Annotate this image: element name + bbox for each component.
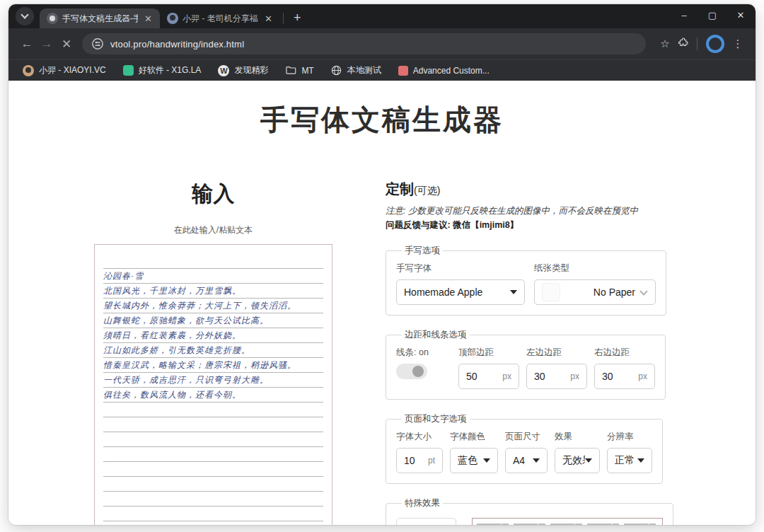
handwriting-line: 惜秦皇汉武，略输文采；唐宗宋祖，稍逊风骚。 — [103, 358, 323, 373]
effect-thumbnail[interactable] — [624, 524, 656, 525]
ruled-line-empty — [103, 254, 323, 269]
fieldset-legend: 边距和线条选项 — [402, 329, 470, 341]
handwriting-line: 一代天骄，成吉思汗，只识弯弓射大雕。 — [103, 373, 323, 388]
tab-separator — [283, 13, 284, 24]
tab-favicon-icon — [167, 13, 178, 24]
effect-none-option[interactable] — [396, 518, 456, 525]
tab-favicon-icon — [47, 13, 58, 24]
page-size-group: 页面尺寸 A4 — [505, 431, 548, 473]
tab-title: 手写体文稿生成器-手写模拟器 — [62, 13, 138, 25]
bookmark-wordpress[interactable]: W 发现精彩 — [218, 64, 268, 76]
ruled-line-empty — [103, 462, 323, 477]
folder-icon — [285, 65, 296, 76]
tab-search-button[interactable] — [16, 7, 34, 25]
tab-close-icon[interactable]: ✕ — [142, 13, 154, 24]
new-tab-button[interactable]: + — [288, 11, 307, 25]
input-textarea[interactable]: 沁园春·雪北国风光，千里冰封，万里雪飘。望长城内外，惟余莽莽；大河上下，顿失滔滔… — [94, 244, 332, 525]
bookmark-acf[interactable]: Advanced Custom... — [398, 66, 490, 76]
forward-button[interactable]: → — [37, 37, 57, 51]
browser-toolbar: ← → ✕ vtool.pro/handwriting/index.html ☆… — [8, 28, 756, 59]
font-color-group: 字体颜色 蓝色 — [450, 431, 498, 473]
ruled-line-empty — [103, 432, 323, 447]
minimize-button[interactable]: – — [679, 10, 689, 21]
bookmark-x1g[interactable]: 好软件 - X1G.LA — [123, 64, 202, 76]
bookmark-star-icon[interactable]: ☆ — [656, 37, 674, 50]
paper-select-group: 纸张类型 No Paper — [534, 262, 656, 305]
page-content: 手写体文稿生成器 输入 在此处输入/粘贴文本 沁园春·雪北国风光，千里冰封，万里… — [8, 81, 756, 525]
feedback-note: 问题反馈与建议: 微信【imjimi8】 — [386, 219, 659, 231]
page-text-options-fieldset: 页面和文字选项 字体大小 10 pt 字体颜色 蓝色 — [386, 413, 663, 484]
caret-down-icon — [510, 290, 517, 294]
tab-xiaoyi[interactable]: 小羿 - 老司机分享福利资源, 快 ✕ — [160, 8, 280, 28]
optional-suffix: (可选) — [414, 185, 440, 196]
page-title: 手写体文稿生成器 — [8, 100, 756, 139]
effect-thumbnail[interactable] — [587, 524, 619, 525]
ruled-line-empty — [103, 507, 323, 521]
handwriting-line: 沁园春·雪 — [103, 269, 323, 284]
customize-heading: 定制(可选) — [386, 180, 659, 199]
fieldset-legend: 特殊效果 — [402, 497, 443, 509]
site-info-icon[interactable] — [92, 38, 103, 50]
customize-section: 定制(可选) 注意: 少数更改可能只反映在生成的图像中，而不会反映在预览中 问题… — [386, 180, 659, 525]
app-icon — [398, 66, 408, 76]
app-icon — [123, 65, 134, 76]
ruled-line-empty — [103, 447, 323, 462]
caret-down-icon — [585, 458, 592, 463]
chevron-down-icon — [639, 287, 647, 295]
effect-thumbnail[interactable] — [550, 524, 582, 525]
maximize-button[interactable]: ▢ — [707, 10, 717, 21]
input-hint: 在此处输入/粘贴文本 — [94, 224, 332, 236]
tab-title: 小羿 - 老司机分享福利资源, 快 — [183, 13, 258, 25]
input-section: 输入 在此处输入/粘贴文本 沁园春·雪北国风光，千里冰封，万里雪飘。望长城内外，… — [94, 180, 332, 525]
margin-options-fieldset: 边距和线条选项 线条: on 顶部边距 50 px — [386, 329, 666, 400]
toolbar-separator — [697, 37, 698, 50]
customize-note: 注意: 少数更改可能只反映在生成的图像中，而不会反映在预览中 — [386, 205, 659, 217]
left-margin-group: 左边边距 30 px — [526, 347, 587, 389]
browser-window: 手写体文稿生成器-手写模拟器 ✕ 小羿 - 老司机分享福利资源, 快 ✕ + –… — [8, 4, 756, 525]
bookmarks-bar: 小羿 - XIAOYI.VC 好软件 - X1G.LA W 发现精彩 MT 本地… — [8, 59, 756, 81]
bookmark-folder-mt[interactable]: MT — [285, 65, 313, 76]
handwriting-line: 须晴日，看红装素裹，分外妖娆。 — [103, 328, 323, 343]
effects-strip — [472, 518, 663, 525]
top-margin-group: 顶部边距 50 px — [458, 347, 519, 389]
wordpress-icon: W — [218, 65, 229, 76]
handwriting-options-fieldset: 手写选项 手写字体 Homemade Apple 纸张类型 No Pape — [386, 245, 666, 316]
ruled-line-empty — [103, 492, 323, 507]
address-bar[interactable]: vtool.pro/handwriting/index.html — [82, 33, 646, 54]
tab-close-icon[interactable]: ✕ — [262, 13, 274, 24]
effect-thumbnail[interactable] — [477, 524, 509, 525]
profile-avatar[interactable] — [706, 35, 724, 53]
input-heading: 输入 — [94, 180, 332, 209]
bookmark-xiaoyi[interactable]: 小羿 - XIAOYI.VC — [23, 64, 106, 76]
page-size-select[interactable]: A4 — [505, 448, 548, 473]
font-color-select[interactable]: 蓝色 — [450, 448, 498, 473]
right-margin-input[interactable]: 30 px — [594, 364, 655, 389]
extensions-icon[interactable] — [674, 37, 693, 51]
top-margin-input[interactable]: 50 px — [458, 364, 519, 389]
special-effects-fieldset: 特殊效果 — [386, 497, 673, 525]
resolution-select[interactable]: 正常 — [607, 448, 652, 473]
chevron-down-icon — [21, 11, 28, 18]
fieldset-legend: 页面和文字选项 — [402, 413, 470, 425]
globe-icon — [331, 65, 342, 76]
ruled-line-empty — [103, 521, 323, 525]
effect-select[interactable]: 无效果 — [555, 448, 600, 473]
effect-thumbnail[interactable] — [514, 524, 545, 525]
effect-group: 效果 无效果 — [555, 431, 600, 473]
paper-type-select[interactable]: No Paper — [534, 279, 656, 305]
resolution-group: 分辨率 正常 — [607, 431, 652, 473]
left-margin-input[interactable]: 30 px — [526, 364, 587, 389]
bookmark-localtest[interactable]: 本地测试 — [331, 64, 381, 76]
ruled-line-empty — [103, 417, 323, 432]
stop-loading-button[interactable]: ✕ — [57, 37, 76, 52]
close-button[interactable]: ✕ — [736, 10, 746, 21]
handwriting-line: 望长城内外，惟余莽莽；大河上下，顿失滔滔。 — [103, 299, 323, 313]
handwriting-line: 江山如此多娇，引无数英雄竞折腰。 — [103, 343, 323, 358]
lines-toggle[interactable] — [396, 364, 427, 379]
menu-kebab-icon[interactable]: ⋮ — [729, 37, 747, 50]
tab-handwriting[interactable]: 手写体文稿生成器-手写模拟器 ✕ — [40, 8, 160, 28]
font-size-input[interactable]: 10 pt — [396, 448, 443, 473]
back-button[interactable]: ← — [17, 37, 37, 51]
handwriting-font-select[interactable]: Homemade Apple — [396, 279, 525, 305]
url-text[interactable]: vtool.pro/handwriting/index.html — [110, 39, 244, 50]
